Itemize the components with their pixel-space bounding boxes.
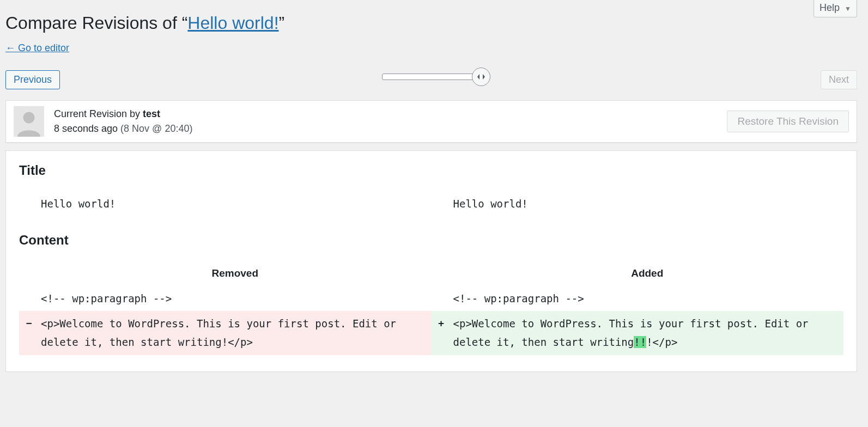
revision-byline: Current Revision by test	[54, 107, 192, 121]
revision-nav: Previous Next	[5, 70, 857, 89]
revision-author: test	[143, 108, 160, 119]
next-button: Next	[821, 70, 857, 89]
diff-title-table: Hello world! Hello world!	[19, 191, 843, 216]
removed-header: Removed	[39, 261, 432, 286]
table-row: Removed Added	[19, 261, 843, 286]
page-title: Compare Revisions of “Hello world!”	[5, 5, 857, 38]
compare-arrows-icon	[477, 74, 485, 80]
context-right: <!-- wp:paragraph -->	[451, 286, 844, 311]
previous-button[interactable]: Previous	[5, 70, 60, 89]
restore-revision-button: Restore This Revision	[727, 111, 849, 132]
diff-content-heading: Content	[19, 233, 843, 248]
title-prefix: Compare Revisions of “	[5, 13, 187, 33]
added-line: <p>Welcome to WordPress. This is your fi…	[451, 311, 844, 355]
table-row: Hello world! Hello world!	[19, 191, 843, 216]
revision-meta: Current Revision by test 8 seconds ago (…	[5, 100, 857, 143]
post-title-link[interactable]: Hello world!	[187, 13, 278, 33]
title-suffix: ”	[279, 13, 285, 33]
diff-content-table: Removed Added <!-- wp:paragraph --> <!--…	[19, 261, 843, 355]
avatar	[14, 106, 44, 137]
diff-title-heading: Title	[19, 163, 843, 178]
plus-icon: +	[432, 311, 451, 355]
revision-date: 8 seconds ago (8 Nov @ 20:40)	[54, 121, 192, 136]
table-row: <!-- wp:paragraph --> <!-- wp:paragraph …	[19, 286, 843, 311]
revision-slider[interactable]	[382, 74, 481, 80]
context-left: <!-- wp:paragraph -->	[39, 286, 432, 311]
title-left: Hello world!	[39, 191, 432, 216]
title-right: Hello world!	[451, 191, 844, 216]
help-tab[interactable]: Help ▼	[814, 0, 857, 17]
slider-track[interactable]	[382, 74, 481, 80]
table-row: − <p>Welcome to WordPress. This is your …	[19, 311, 843, 355]
diff-panel: Title Hello world! Hello world! Content …	[5, 150, 857, 372]
added-highlight: !!	[634, 336, 646, 348]
chevron-down-icon: ▼	[845, 5, 851, 13]
go-to-editor-link[interactable]: ← Go to editor	[5, 42, 69, 54]
help-label: Help	[820, 2, 840, 13]
removed-line: <p>Welcome to WordPress. This is your fi…	[39, 311, 432, 355]
minus-icon: −	[19, 311, 39, 355]
svg-point-1	[23, 112, 35, 123]
slider-handle[interactable]	[472, 68, 490, 86]
added-header: Added	[451, 261, 844, 286]
